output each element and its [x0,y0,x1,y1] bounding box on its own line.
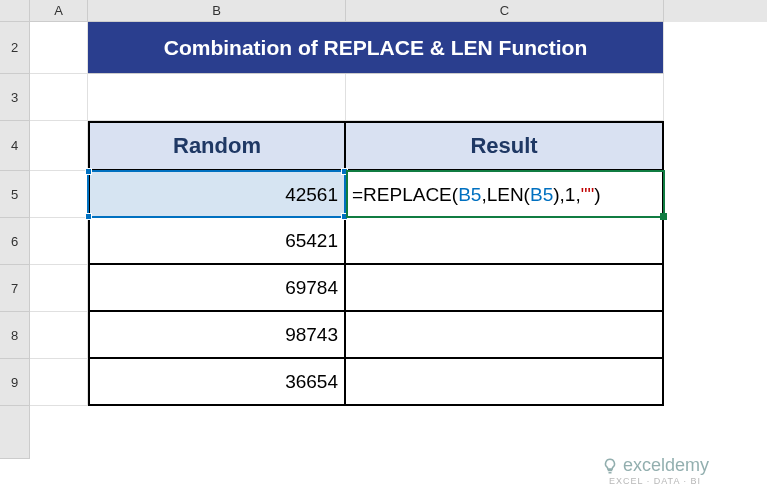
row-header-5[interactable]: 5 [0,171,30,218]
row-header-2[interactable]: 2 [0,22,30,74]
column-header-row: A B C [0,0,767,22]
cell-A6[interactable] [30,218,88,265]
row-header-4[interactable]: 4 [0,121,30,171]
formula-string: "" [581,184,595,206]
title-banner[interactable]: Combination of REPLACE & LEN Function [88,22,664,74]
row-8: 8 98743 [0,312,767,359]
cell-A5[interactable] [30,171,88,218]
formula-text-2: ,LEN( [481,184,530,206]
cell-A3[interactable] [30,74,88,121]
cell-B5[interactable]: 42561 [88,171,346,218]
cell-C9[interactable] [346,359,664,406]
cell-B6[interactable]: 65421 [88,218,346,265]
formula-ref-2: B5 [530,184,553,206]
row-3: 3 [0,74,767,121]
cell-A4[interactable] [30,121,88,171]
col-header-B[interactable]: B [88,0,346,22]
row-header-7[interactable]: 7 [0,265,30,312]
row-header-9[interactable]: 9 [0,359,30,406]
row-7: 7 69784 [0,265,767,312]
watermark-brand: exceldemy [623,455,709,476]
col-header-A[interactable]: A [30,0,88,22]
cell-C5-formula[interactable]: =REPLACE(B5,LEN(B5),1,"") [346,171,664,218]
cell-C7[interactable] [346,265,664,312]
cell-A2[interactable] [30,22,88,74]
cell-C8[interactable] [346,312,664,359]
cell-B8[interactable]: 98743 [88,312,346,359]
row-6: 6 65421 [0,218,767,265]
formula-num: 1 [565,184,576,206]
formula-text-3: ), [553,184,565,206]
row-header-3[interactable]: 3 [0,74,30,121]
spreadsheet-grid: A B C 2 Combination of REPLACE & LEN Fun… [0,0,767,500]
row-header-10-blank[interactable] [0,406,30,459]
col-header-C[interactable]: C [346,0,664,22]
row-4: 4 Random Result [0,121,767,171]
row-9: 9 36654 [0,359,767,406]
watermark-tag: EXCEL · DATA · BI [609,476,701,486]
cell-A8[interactable] [30,312,88,359]
row-10-area [0,406,767,459]
formula-text-5: ) [594,184,600,206]
cell-B3[interactable] [88,74,346,121]
row-5: 5 42561 =REPLACE(B5,LEN(B5),1,"") [0,171,767,218]
select-all-corner[interactable] [0,0,30,22]
row-header-8[interactable]: 8 [0,312,30,359]
watermark: exceldemy EXCEL · DATA · BI [601,455,709,486]
cell-B7[interactable]: 69784 [88,265,346,312]
cell-B9[interactable]: 36654 [88,359,346,406]
row-2: 2 Combination of REPLACE & LEN Function [0,22,767,74]
header-random[interactable]: Random [88,121,346,171]
formula-ref-1: B5 [458,184,481,206]
cell-A7[interactable] [30,265,88,312]
header-result[interactable]: Result [346,121,664,171]
formula-text-1: =REPLACE( [352,184,458,206]
cell-C6[interactable] [346,218,664,265]
row-header-6[interactable]: 6 [0,218,30,265]
cell-C3[interactable] [346,74,664,121]
cell-A9[interactable] [30,359,88,406]
lightbulb-icon [601,457,619,475]
